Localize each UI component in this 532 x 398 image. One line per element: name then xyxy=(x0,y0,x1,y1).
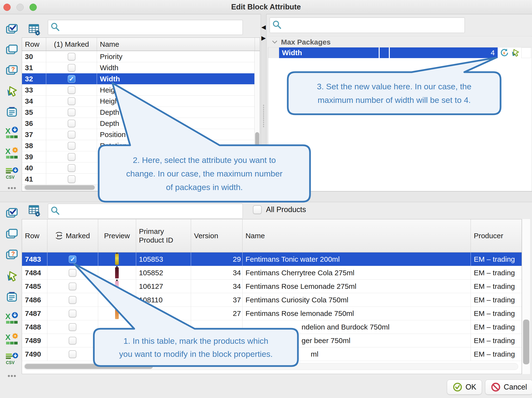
product-row[interactable]: 7489 ger beer 750ml EM – trading xyxy=(22,334,522,347)
marked-cell xyxy=(46,140,97,151)
checkbox[interactable] xyxy=(68,108,75,116)
excel-import-icon[interactable]: X xyxy=(5,311,19,325)
value-attribute-label[interactable]: Width xyxy=(279,47,379,58)
collapse-left-icon[interactable]: ◀ xyxy=(260,24,267,31)
checkbox[interactable] xyxy=(69,350,76,358)
product-row[interactable]: 7485 106127 34 Fentimans Rose Lemonade 2… xyxy=(22,280,522,293)
attribute-row-selected[interactable]: 32Width xyxy=(22,73,260,84)
product-search-input[interactable] xyxy=(60,204,243,218)
group-row-max-packages[interactable]: Max Packages xyxy=(268,37,532,47)
table-settings-icon[interactable] xyxy=(27,203,41,217)
checkbox-checked[interactable] xyxy=(69,255,76,263)
attribute-name: Width xyxy=(97,62,255,73)
more-icon[interactable] xyxy=(5,369,19,379)
chevron-down-icon[interactable] xyxy=(272,40,278,44)
col-version[interactable]: Version xyxy=(191,219,243,252)
checkbox[interactable] xyxy=(69,296,76,304)
product-row[interactable]: 7484 105852 34 Fentimans Cherrytree Cola… xyxy=(22,266,522,280)
attribute-row[interactable]: 37Position xyxy=(22,129,260,140)
scrollbar-thumb[interactable] xyxy=(25,364,153,369)
scrollbar-thumb[interactable] xyxy=(25,185,95,190)
checkbox[interactable] xyxy=(68,142,75,150)
excel-settings-icon[interactable]: X xyxy=(5,332,19,346)
checkbox[interactable] xyxy=(68,164,75,172)
attribute-row[interactable]: 35Depth xyxy=(22,107,260,118)
col-producer[interactable]: Producer xyxy=(471,219,522,252)
pages-check-icon[interactable] xyxy=(5,22,19,36)
attribute-row[interactable]: 36Depth xyxy=(22,118,260,129)
excel-import-icon[interactable]: X xyxy=(5,125,19,139)
csv-export-icon[interactable]: CSV xyxy=(5,352,19,366)
col-primary-product-id[interactable]: Primary Product ID xyxy=(136,219,191,252)
col-name[interactable]: Name xyxy=(243,219,471,252)
collapse-right-icon[interactable]: ▶ xyxy=(260,35,267,41)
value-extra-cell xyxy=(521,47,531,58)
col-marked[interactable]: (1) Marked xyxy=(46,38,97,51)
product-row[interactable]: 7488 ndelion and Burdock 750ml EM – trad… xyxy=(22,320,522,334)
checkbox[interactable] xyxy=(68,153,75,161)
attribute-name: Rotation xyxy=(97,140,255,151)
all-products-checkbox[interactable] xyxy=(253,205,262,214)
attribute-row[interactable]: 31Width xyxy=(22,62,260,73)
attribute-row[interactable]: 34Height xyxy=(22,96,260,107)
checkbox[interactable] xyxy=(68,97,75,105)
checkbox[interactable] xyxy=(68,53,75,61)
ok-button[interactable]: OK xyxy=(447,380,482,395)
vertical-scrollbar[interactable] xyxy=(522,219,530,374)
product-row[interactable]: 7490 ml EM – trading xyxy=(22,347,522,361)
reset-value-icon[interactable]: x xyxy=(499,48,509,58)
pages-icon[interactable] xyxy=(5,43,19,57)
pages-help-icon[interactable]: ? xyxy=(5,63,19,77)
product-row[interactable]: 7486 108110 37 Fentimans Curiosity Cola … xyxy=(22,293,522,307)
attribute-row[interactable]: 38Rotation xyxy=(22,140,260,151)
checkbox[interactable] xyxy=(69,337,76,344)
checkbox[interactable] xyxy=(68,175,75,183)
attribute-row[interactable]: 33Height xyxy=(22,84,260,96)
product-row[interactable]: 7487 11 27 Fentimans Rose lemonade 750ml… xyxy=(22,307,522,320)
print-list-icon[interactable] xyxy=(5,105,19,119)
col-marked[interactable]: (1)Marked xyxy=(47,219,98,252)
attribute-search-input[interactable] xyxy=(60,21,243,34)
checkbox[interactable] xyxy=(69,283,76,290)
scrollbar-thumb[interactable] xyxy=(255,132,259,184)
excel-settings-icon[interactable]: X xyxy=(5,146,19,160)
col-name[interactable]: Name xyxy=(97,38,255,51)
product-row-selected[interactable]: 7483 105853 29 Fentimans Tonic water 200… xyxy=(22,253,522,266)
scrollbar-thumb[interactable] xyxy=(523,320,529,364)
print-list-icon[interactable] xyxy=(5,290,19,304)
checkbox[interactable] xyxy=(68,131,75,138)
pages-icon[interactable] xyxy=(5,227,19,241)
checkbox[interactable] xyxy=(69,323,76,331)
cancel-button[interactable]: Cancel xyxy=(485,380,532,395)
pick-value-icon[interactable] xyxy=(510,48,520,58)
checkbox[interactable] xyxy=(69,269,76,277)
value-middle-cell[interactable] xyxy=(380,47,389,58)
panel-splitter[interactable]: ◀ ▶ xyxy=(261,14,266,191)
attribute-row[interactable]: 39 xyxy=(22,151,260,162)
horizontal-scrollbar[interactable] xyxy=(24,363,518,370)
checkbox[interactable] xyxy=(69,310,76,317)
col-row[interactable]: Row xyxy=(22,38,46,51)
col-row[interactable]: Row xyxy=(22,219,47,252)
svg-text:x: x xyxy=(503,51,505,55)
attribute-row[interactable]: 40 xyxy=(22,162,260,174)
col-preview[interactable]: Preview xyxy=(98,219,136,252)
attribute-row[interactable]: 41 xyxy=(22,174,260,185)
checkbox[interactable] xyxy=(68,86,75,94)
table-settings-icon[interactable] xyxy=(27,22,41,36)
pages-check-icon[interactable] xyxy=(5,206,19,220)
horizontal-scrollbar[interactable] xyxy=(23,184,253,191)
value-field[interactable]: 4 xyxy=(390,47,498,58)
cursor-pick-icon[interactable] xyxy=(5,84,19,98)
attribute-name: Width xyxy=(97,73,255,84)
pages-help-icon[interactable]: ? xyxy=(5,248,19,262)
checkbox-checked[interactable] xyxy=(68,75,75,83)
csv-export-icon[interactable]: CSV xyxy=(5,166,19,180)
more-icon[interactable] xyxy=(5,181,19,191)
checkbox[interactable] xyxy=(68,64,75,72)
checkbox[interactable] xyxy=(68,120,75,127)
cursor-pick-icon[interactable] xyxy=(5,269,19,283)
value-search-input[interactable] xyxy=(282,18,465,32)
vertical-scrollbar[interactable] xyxy=(254,51,260,185)
attribute-row[interactable]: 30Priority xyxy=(22,51,260,62)
